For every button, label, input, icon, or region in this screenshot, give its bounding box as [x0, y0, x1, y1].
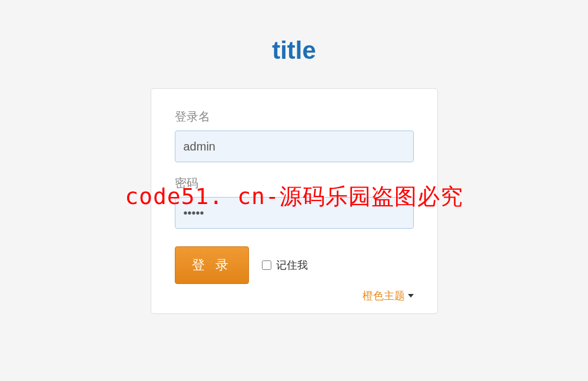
- login-panel: 登录名 密码 登 录 记住我 橙色主题: [151, 88, 438, 314]
- username-label: 登录名: [175, 109, 414, 125]
- password-group: 密码: [175, 175, 414, 229]
- username-group: 登录名: [175, 109, 414, 162]
- chevron-down-icon: [408, 294, 414, 298]
- password-input[interactable]: [175, 197, 414, 229]
- theme-selector[interactable]: 橙色主题: [363, 289, 414, 303]
- remember-label: 记住我: [276, 258, 308, 272]
- remember-me-wrap: 记住我: [262, 258, 308, 272]
- password-label: 密码: [175, 175, 414, 191]
- remember-checkbox[interactable]: [262, 260, 271, 270]
- theme-selected-label: 橙色主题: [363, 289, 405, 303]
- theme-row: 橙色主题: [175, 289, 414, 303]
- action-row: 登 录 记住我: [175, 246, 414, 284]
- login-button[interactable]: 登 录: [175, 246, 249, 284]
- page-title: title: [0, 0, 588, 88]
- username-input[interactable]: [175, 131, 414, 162]
